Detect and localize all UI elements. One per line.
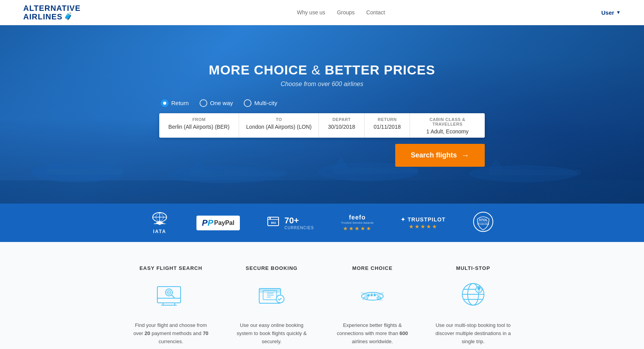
- svg-point-45: [374, 294, 375, 296]
- trustpilot-text: ✦ TRUSTPILOT: [401, 216, 446, 223]
- currencies-number: 70+: [284, 216, 314, 226]
- arrow-right-icon: →: [461, 151, 469, 160]
- svg-point-44: [371, 294, 372, 296]
- depart-label: Depart: [324, 117, 359, 122]
- svg-rect-40: [259, 289, 281, 292]
- cabin-field[interactable]: Cabin Class & Travellers 1 Adult, Econom…: [410, 113, 485, 138]
- user-menu[interactable]: User ▼: [601, 9, 621, 16]
- to-value: London (All Airports) (LON): [245, 124, 313, 130]
- feature-multi-stop-desc: Use our multi-stop booking tool to disco…: [434, 321, 512, 346]
- svg-rect-8: [488, 170, 581, 175]
- feature-multi-stop-icon: [434, 279, 512, 314]
- feature-multi-stop-title: MULTI-STOP: [434, 265, 512, 271]
- radio-one-way-btn[interactable]: [200, 99, 207, 107]
- radio-multi-city-btn[interactable]: [244, 99, 251, 107]
- radio-return-btn[interactable]: [161, 99, 169, 107]
- search-container: Return One way Multi-city From Berlin (A…: [159, 99, 485, 167]
- feature-secure-booking-title: SECURE BOOKING: [233, 265, 310, 271]
- hero-subline: Choose from over 600 airlines: [8, 81, 636, 88]
- trip-type-row: Return One way Multi-city: [159, 99, 485, 107]
- return-label: Return: [370, 117, 405, 122]
- main-nav: Why use us Groups Contact: [297, 9, 385, 16]
- hero-headline-connector: &: [312, 62, 325, 77]
- radio-multi-city[interactable]: Multi-city: [244, 99, 277, 107]
- feature-more-choice: MORE CHOICE Experienc: [334, 265, 411, 346]
- feature-more-choice-desc: Experience better flights & connections …: [334, 321, 411, 346]
- trust-feefo: feefo Trusted Service Awards ★★★★★: [341, 214, 374, 232]
- feefo-stars: ★★★★★: [341, 225, 374, 232]
- cabin-value: 1 Adult, Economy: [415, 128, 479, 135]
- header: ALTERNATIVE AIRLINES 🧳 Why use us Groups…: [0, 0, 644, 25]
- trustpilot-stars: ★★★★★: [401, 223, 446, 230]
- logo[interactable]: ALTERNATIVE AIRLINES 🧳: [23, 4, 81, 21]
- logo-text-line1: ALTERNATIVE: [23, 4, 81, 12]
- user-label: User: [601, 9, 614, 16]
- trust-bar: IATA P P PayPal $€£ 70+ CURRENCIES feefo: [0, 204, 644, 242]
- trust-atol: ATOL Protected: [473, 211, 494, 234]
- from-field[interactable]: From Berlin (All Airports) (BER): [159, 113, 239, 138]
- feature-easy-flight-search-desc: Find your flight and choose from over 20…: [132, 321, 210, 346]
- depart-field[interactable]: Depart 30/10/2018: [319, 113, 365, 138]
- feature-more-choice-icon: [334, 279, 411, 314]
- trust-currencies: $€£ 70+ CURRENCIES: [267, 215, 314, 230]
- paypal-icon: P P PayPal: [196, 216, 240, 230]
- from-label: From: [165, 117, 233, 122]
- hero-content: MORE CHOICE & BETTER PRICES Choose from …: [0, 62, 644, 167]
- currencies-icon: $€£: [267, 215, 281, 230]
- chevron-down-icon: ▼: [616, 10, 621, 15]
- nav-why-use-us[interactable]: Why use us: [297, 9, 325, 16]
- logo-text-line2: AIRLINES 🧳: [23, 12, 81, 21]
- feature-secure-booking: SECURE BOOKING Use our easy online booki…: [233, 265, 310, 346]
- svg-point-22: [474, 212, 493, 232]
- radio-one-way[interactable]: One way: [200, 99, 233, 107]
- cabin-label: Cabin Class & Travellers: [415, 117, 479, 126]
- feature-easy-flight-search: EASY FLIGHT SEARCH Find your flight and …: [132, 265, 210, 346]
- svg-point-20: [269, 218, 271, 219]
- radio-return-label: Return: [171, 100, 189, 106]
- svg-text:$€£: $€£: [271, 221, 276, 225]
- feature-easy-flight-search-icon: [132, 279, 210, 314]
- radio-return[interactable]: Return: [161, 99, 189, 107]
- svg-rect-6: [333, 168, 418, 174]
- currencies-label: CURRENCIES: [284, 226, 314, 230]
- trust-trustpilot: ✦ TRUSTPILOT ★★★★★: [401, 216, 446, 230]
- features-section: EASY FLIGHT SEARCH Find your flight and …: [0, 242, 644, 349]
- return-value: 01/11/2018: [370, 124, 405, 130]
- nav-contact[interactable]: Contact: [366, 9, 385, 16]
- svg-rect-46: [364, 297, 368, 299]
- return-field[interactable]: Return 01/11/2018: [365, 113, 410, 138]
- hero-headline: MORE CHOICE & BETTER PRICES: [8, 62, 636, 78]
- svg-rect-2: [46, 169, 124, 174]
- atol-icon: ATOL Protected: [473, 211, 494, 234]
- feature-multi-stop: MULTI-STOP Use our multi-stop booking to…: [434, 265, 512, 346]
- svg-rect-0: [0, 180, 644, 204]
- radio-multi-city-label: Multi-city: [254, 100, 277, 106]
- depart-value: 30/10/2018: [324, 124, 359, 130]
- to-label: To: [245, 117, 313, 122]
- svg-point-43: [368, 295, 369, 296]
- trust-iata: IATA: [150, 211, 169, 234]
- feature-more-choice-title: MORE CHOICE: [334, 265, 411, 271]
- nav-groups[interactable]: Groups: [337, 9, 355, 16]
- hero-headline-part2: BETTER PRICES: [325, 62, 435, 77]
- to-field[interactable]: To London (All Airports) (LON): [239, 113, 319, 138]
- search-fields-row: From Berlin (All Airports) (BER) To Lond…: [159, 113, 485, 138]
- svg-text:Protected: Protected: [477, 223, 489, 225]
- feefo-text: feefo: [341, 214, 374, 221]
- svg-text:ATOL: ATOL: [479, 218, 488, 222]
- svg-line-31: [171, 295, 175, 298]
- trust-paypal: P P PayPal: [196, 216, 240, 230]
- hero-headline-part1: MORE CHOICE: [209, 62, 308, 77]
- logo-bag-icon: 🧳: [64, 13, 73, 21]
- radio-one-way-label: One way: [210, 100, 233, 106]
- search-flights-label: Search flights: [411, 151, 457, 159]
- feature-secure-booking-icon: [233, 279, 310, 314]
- svg-rect-4: [190, 171, 287, 176]
- hero-section: MORE CHOICE & BETTER PRICES Choose from …: [0, 25, 644, 204]
- search-btn-row: Search flights →: [159, 144, 485, 167]
- from-value: Berlin (All Airports) (BER): [165, 124, 233, 130]
- svg-point-54: [478, 287, 480, 290]
- iata-icon: IATA: [150, 211, 169, 234]
- feature-secure-booking-desc: Use our easy online booking system to bo…: [233, 321, 310, 346]
- search-flights-button[interactable]: Search flights →: [395, 144, 485, 167]
